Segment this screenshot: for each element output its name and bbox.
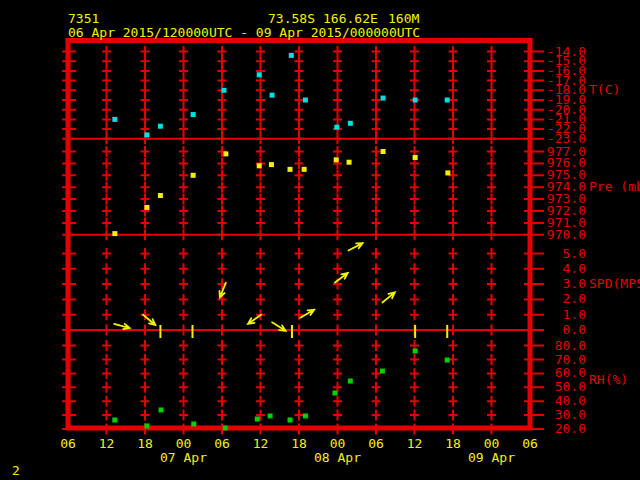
temperature-data-point	[289, 53, 294, 58]
header-latitude: 73.58S	[268, 12, 315, 25]
x-axis-date-label: 09 Apr	[464, 451, 520, 464]
x-axis-tick-label: 00	[168, 437, 200, 450]
y-axis-tick-label: 4.0	[540, 262, 586, 275]
wind-direction-arrow	[335, 273, 348, 283]
y-axis-tick-label: 20.0	[540, 422, 586, 435]
temperature-data-point	[144, 132, 149, 137]
rh-data-point	[445, 358, 450, 363]
temperature-data-point	[381, 96, 386, 101]
x-axis-tick-label: 18	[129, 437, 161, 450]
y-axis-tick-label: 40.0	[540, 394, 586, 407]
rh-data-point	[332, 390, 337, 395]
rh-data-point	[288, 417, 293, 422]
x-axis-tick-label: 18	[437, 437, 469, 450]
wind-direction-arrow	[114, 324, 129, 329]
grid-tick-marks	[102, 46, 496, 435]
x-axis-tick-label: 00	[322, 437, 354, 450]
pressure-data-point	[288, 167, 293, 172]
y-axis-unit-label: RH(%)	[589, 373, 628, 386]
pressure-data-point	[223, 151, 228, 156]
y-axis-tick-label: 1.0	[540, 308, 586, 321]
temperature-data-point	[191, 112, 196, 117]
page-number: 2	[12, 464, 20, 477]
wind-direction-arrow	[248, 315, 261, 324]
temperature-data-point	[270, 93, 275, 98]
x-axis-tick-label: 18	[283, 437, 315, 450]
rh-data-point	[191, 421, 196, 426]
rh-data-point	[255, 416, 260, 421]
header-longitude: 166.62E	[323, 12, 378, 25]
pressure-data-point	[144, 205, 149, 210]
y-axis-unit-label: Pre (mb)	[589, 180, 640, 193]
header-time-range: 06 Apr 2015/120000UTC - 09 Apr 2015/0000…	[68, 26, 420, 39]
pressure-data-point	[413, 155, 418, 160]
pressure-data-point	[191, 173, 196, 178]
pressure-data-point	[381, 149, 386, 154]
x-axis-tick-label: 06	[360, 437, 392, 450]
temperature-data-point	[348, 121, 353, 126]
y-axis-tick-label: 0.0	[540, 323, 586, 336]
pressure-data-point	[302, 167, 307, 172]
border-tick-marks	[62, 52, 544, 430]
temperature-data-point	[257, 72, 262, 77]
header-elevation: 160M	[388, 12, 419, 25]
y-axis-tick-label: 70.0	[540, 353, 586, 366]
pressure-data-point	[158, 193, 163, 198]
temperature-data-point	[158, 124, 163, 129]
y-axis-tick-label: 60.0	[540, 366, 586, 379]
rh-data-point	[348, 379, 353, 384]
rh-data-point	[144, 423, 149, 428]
header-station-id: 7351	[68, 12, 99, 25]
x-axis-tick-label: 12	[91, 437, 123, 450]
rh-data-point	[268, 413, 273, 418]
x-axis-tick-label: 12	[245, 437, 277, 450]
y-axis-tick-label: 970.0	[540, 228, 586, 241]
rh-data-point	[380, 369, 385, 374]
pressure-data-point	[445, 170, 450, 175]
station-time-series-plot: 7351 73.58S 166.62E 160M 06 Apr 2015/120…	[0, 0, 640, 480]
pressure-data-point	[334, 157, 339, 162]
y-axis-tick-label: 30.0	[540, 408, 586, 421]
y-axis-tick-label: -23.0	[540, 132, 586, 145]
rh-data-point	[303, 413, 308, 418]
pressure-data-point	[112, 231, 117, 236]
y-axis-tick-label: 80.0	[540, 339, 586, 352]
x-axis-date-label: 08 Apr	[310, 451, 366, 464]
rh-data-point	[413, 349, 418, 354]
pressure-data-point	[347, 160, 352, 165]
x-axis-tick-label: 06	[514, 437, 546, 450]
wind-direction-arrow	[382, 292, 394, 302]
x-axis-tick-label: 00	[476, 437, 508, 450]
rh-data-point	[159, 407, 164, 412]
x-axis-tick-label: 06	[52, 437, 84, 450]
rh-data-point	[112, 417, 117, 422]
y-axis-unit-label: T(C)	[589, 83, 620, 96]
y-axis-tick-label: 50.0	[540, 380, 586, 393]
x-axis-tick-label: 12	[399, 437, 431, 450]
x-axis-tick-label: 06	[206, 437, 238, 450]
y-axis-tick-label: 5.0	[540, 247, 586, 260]
y-axis-unit-label: SPD(MPS)	[589, 277, 640, 290]
temperature-data-point	[303, 98, 308, 103]
temperature-data-point	[445, 98, 450, 103]
temperature-data-point	[112, 117, 117, 122]
rh-data-point	[223, 426, 228, 431]
temperature-data-point	[334, 125, 339, 130]
x-axis-date-label: 07 Apr	[156, 451, 212, 464]
temperature-data-point	[221, 88, 226, 93]
y-axis-tick-label: 3.0	[540, 277, 586, 290]
pressure-data-point	[257, 163, 262, 168]
pressure-data-point	[269, 162, 274, 167]
y-axis-tick-label: 2.0	[540, 292, 586, 305]
temperature-data-point	[413, 98, 418, 103]
wind-direction-arrow	[348, 243, 362, 250]
